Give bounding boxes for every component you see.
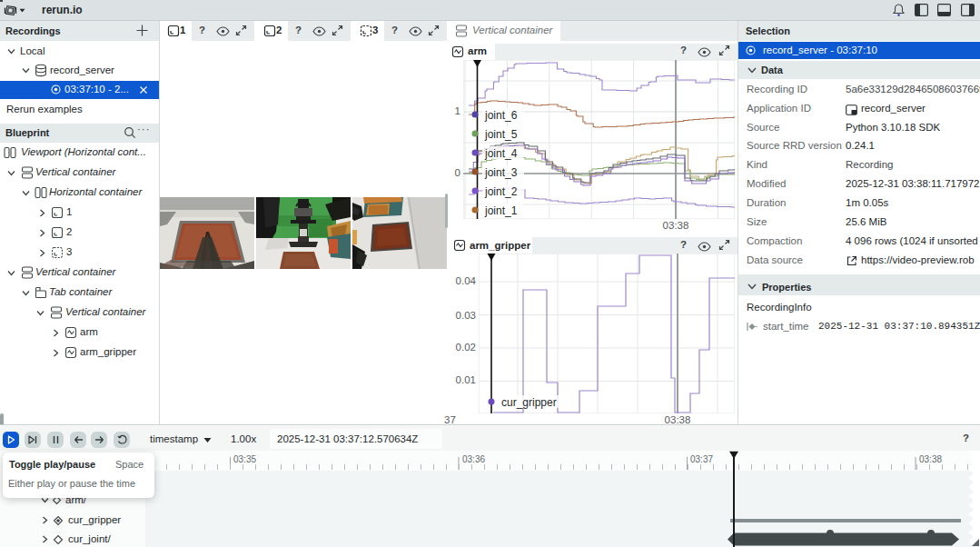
svg-text:joint_5: joint_5 <box>484 128 518 141</box>
svg-text:joint_3: joint_3 <box>484 166 518 179</box>
svg-text:cur_gripper: cur_gripper <box>501 396 557 409</box>
svg-text:joint_6: joint_6 <box>484 109 518 122</box>
svg-text:joint_1: joint_1 <box>484 204 518 217</box>
svg-text:joint_4: joint_4 <box>484 147 518 160</box>
svg-text:joint_2: joint_2 <box>484 185 518 198</box>
